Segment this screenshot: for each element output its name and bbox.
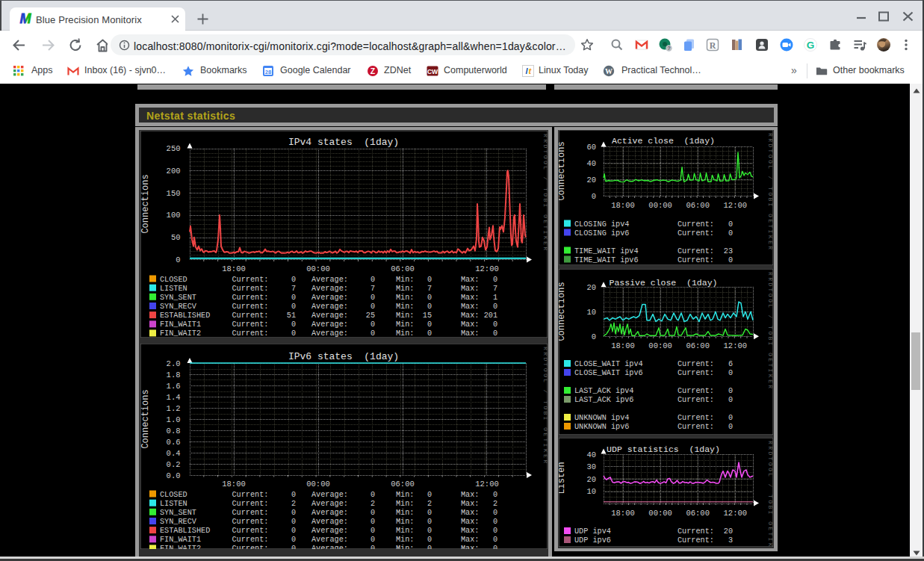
svg-text:Average:: Average:	[311, 500, 348, 508]
svg-text:1: 1	[493, 294, 497, 302]
svg-text:0: 0	[291, 536, 296, 544]
svg-text:0: 0	[291, 509, 296, 517]
svg-text:Current:: Current:	[678, 256, 714, 264]
svg-text:Min:: Min:	[396, 285, 414, 293]
svg-text:12:00: 12:00	[475, 264, 499, 273]
svg-text:0: 0	[291, 329, 296, 338]
svg-text:Current:: Current:	[232, 527, 269, 535]
svg-text:200: 200	[167, 167, 181, 176]
svg-text:Average:: Average:	[311, 527, 348, 535]
svg-text:CLOSE_WAIT ipv4: CLOSE_WAIT ipv4	[574, 360, 643, 368]
svg-text:0: 0	[370, 536, 375, 544]
svg-text:Max:: Max:	[461, 500, 479, 508]
svg-text:0: 0	[370, 518, 375, 526]
svg-text:0: 0	[427, 518, 432, 526]
svg-text:Max:: Max:	[461, 491, 479, 499]
svg-text:FIN_WAIT2: FIN_WAIT2	[160, 329, 201, 338]
svg-text:0: 0	[493, 491, 497, 499]
svg-text:0.4: 0.4	[167, 449, 181, 458]
svg-text:Max:: Max:	[461, 545, 479, 549]
svg-text:Connections: Connections	[559, 141, 567, 200]
svg-text:20: 20	[586, 475, 596, 484]
svg-text:0: 0	[291, 320, 296, 329]
svg-text:6: 6	[728, 360, 733, 368]
svg-text:Z: Z	[370, 66, 376, 75]
svg-text:UDP statistics (1day): UDP statistics (1day)	[607, 444, 720, 454]
svg-text:10: 10	[586, 487, 596, 496]
svg-text:Max:: Max:	[461, 320, 479, 329]
svg-text:25: 25	[366, 312, 375, 320]
svg-text:Min:: Min:	[396, 518, 414, 526]
svg-text:0: 0	[728, 220, 733, 229]
svg-text:Min:: Min:	[396, 312, 414, 320]
svg-text:UDP ipv4: UDP ipv4	[574, 527, 611, 536]
svg-text:FIN_WAIT2: FIN_WAIT2	[160, 545, 201, 549]
svg-text:Current:: Current:	[678, 396, 714, 404]
svg-text:SYN_RECV: SYN_RECV	[160, 518, 197, 526]
svg-text:0: 0	[728, 387, 733, 395]
svg-text:Current:: Current:	[232, 518, 269, 526]
svg-text:RRDTOOL / TOBI OETIKER: RRDTOOL / TOBI OETIKER	[767, 441, 773, 547]
svg-text:0: 0	[427, 320, 432, 329]
svg-text:Current:: Current:	[232, 536, 269, 544]
svg-text:0: 0	[370, 527, 375, 535]
svg-text:30: 30	[586, 462, 596, 471]
svg-text:W: W	[605, 67, 613, 75]
svg-text:Min:: Min:	[396, 491, 414, 499]
svg-text:250: 250	[167, 144, 181, 153]
svg-text:50: 50	[171, 233, 181, 242]
svg-text:0: 0	[493, 276, 497, 284]
svg-text:Average:: Average:	[311, 303, 348, 311]
svg-text:0: 0	[427, 294, 432, 302]
svg-text:0: 0	[370, 509, 375, 517]
svg-text:TIME_WAIT ipv4: TIME_WAIT ipv4	[574, 247, 639, 255]
svg-text:Min:: Min:	[396, 329, 414, 338]
svg-text:Max:: Max:	[461, 303, 479, 311]
svg-text:3: 3	[728, 536, 733, 545]
svg-text:12:00: 12:00	[475, 480, 499, 489]
svg-text:Min:: Min:	[396, 509, 414, 517]
svg-text:Min:: Min:	[396, 303, 414, 311]
svg-text:0: 0	[493, 329, 497, 338]
svg-text:12:00: 12:00	[724, 341, 748, 350]
svg-text:00:00: 00:00	[648, 201, 672, 210]
svg-text:Min:: Min:	[396, 320, 414, 329]
svg-text:LAST_ACK ipv4: LAST_ACK ipv4	[574, 387, 633, 395]
svg-text:0: 0	[728, 414, 733, 422]
svg-text:Current:: Current:	[232, 294, 269, 302]
svg-text:1.4: 1.4	[167, 393, 181, 402]
svg-text:Max:: Max:	[461, 536, 479, 544]
svg-text:LISTEN: LISTEN	[160, 500, 187, 508]
svg-text:Max:: Max:	[461, 312, 479, 320]
svg-text:7: 7	[493, 285, 497, 293]
svg-text:Current:: Current:	[678, 527, 714, 536]
svg-text:ESTABLISHED: ESTABLISHED	[160, 527, 210, 535]
svg-text:201: 201	[484, 312, 497, 320]
svg-text:06:00: 06:00	[686, 341, 710, 350]
svg-text:18:00: 18:00	[611, 201, 635, 210]
svg-text:FIN_WAIT1: FIN_WAIT1	[160, 320, 201, 329]
svg-text:0: 0	[370, 303, 375, 311]
svg-text:0: 0	[370, 491, 375, 499]
svg-text:0: 0	[493, 509, 497, 517]
svg-text:Max:: Max:	[461, 329, 479, 338]
svg-text:06:00: 06:00	[686, 509, 710, 518]
svg-text:TIME_WAIT ipv6: TIME_WAIT ipv6	[574, 256, 639, 264]
svg-text:Connections: Connections	[559, 282, 567, 341]
svg-text:18:00: 18:00	[222, 480, 246, 489]
svg-text:Current:: Current:	[232, 329, 269, 338]
svg-text:Current:: Current:	[678, 423, 714, 431]
svg-text:Connections: Connections	[140, 174, 151, 233]
svg-text:0: 0	[728, 369, 733, 377]
svg-text:CLOSING ipv4: CLOSING ipv4	[574, 220, 629, 229]
svg-text:00:00: 00:00	[648, 341, 672, 350]
svg-text:18:00: 18:00	[222, 264, 246, 273]
svg-text:SYN_SENT: SYN_SENT	[160, 509, 196, 517]
svg-text:Current:: Current:	[232, 500, 269, 508]
svg-text:Current:: Current:	[232, 491, 269, 499]
svg-text:Current:: Current:	[232, 303, 269, 311]
svg-text:Max:: Max:	[461, 509, 479, 517]
svg-text:LAST_ACK ipv6: LAST_ACK ipv6	[574, 396, 633, 404]
svg-text:Average:: Average:	[311, 491, 348, 499]
svg-text:Current:: Current:	[678, 387, 714, 395]
